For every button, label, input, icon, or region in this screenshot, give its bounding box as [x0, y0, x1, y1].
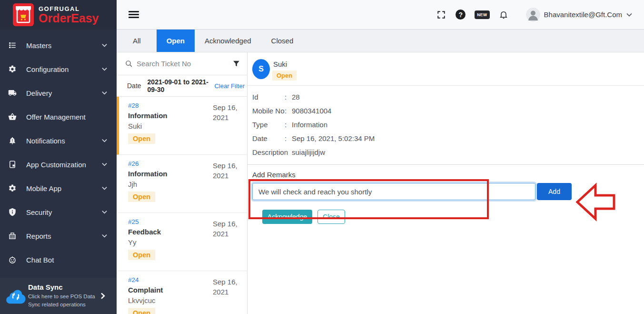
chevron-down-icon[interactable]: [626, 13, 632, 17]
field-label: Description: [252, 147, 285, 157]
field-value: suiajlijijdjw: [292, 147, 644, 157]
chevron-down-icon: [102, 139, 107, 142]
ticket-date-line1: Sep 16,: [213, 102, 241, 112]
shield-icon: [8, 208, 17, 216]
date-label: Date: [127, 82, 141, 90]
search-ticket-input[interactable]: [137, 60, 232, 68]
sidebar-item-label: Mobile App: [26, 184, 61, 192]
ticket-list-item[interactable]: #28 Information Suki Open Sep 16, 2021: [117, 97, 247, 155]
close-button[interactable]: Close: [317, 210, 345, 224]
sidebar-item-chat-bot[interactable]: Chat Bot: [0, 248, 117, 272]
acknowledge-button[interactable]: Acknowledge: [262, 210, 312, 224]
tab-acknowledged[interactable]: Acknowledged: [195, 30, 261, 52]
basket-icon: [8, 112, 17, 121]
robot-icon: [8, 255, 17, 264]
top-header: ? NEW Bhavanitextile@Gft.Com: [117, 0, 644, 30]
ticket-detail-header: S Suki Open: [248, 52, 644, 86]
brand-logo: GOFRUGAL OrderEasy: [0, 0, 117, 30]
new-badge[interactable]: NEW: [475, 10, 489, 19]
sidebar-item-mobile-app[interactable]: Mobile App: [0, 176, 117, 200]
ticket-list-item[interactable]: #26 Information Jjh Open Sep 16, 2021: [117, 155, 247, 213]
ticket-list-item[interactable]: #25 Feedback Yy Open Sep 16, 2021: [117, 213, 247, 271]
gear-icon: [8, 65, 17, 73]
field-separator: :: [285, 92, 292, 102]
sidebar-item-configuration[interactable]: Configuration: [0, 57, 117, 81]
clear-filter-link[interactable]: Clear Filter: [214, 82, 245, 90]
ticket-date-line2: 2021: [213, 287, 241, 297]
sidebar-item-masters[interactable]: Masters: [0, 33, 117, 57]
sidebar-item-label: App Customization: [26, 161, 86, 169]
field-label: Id: [252, 92, 285, 102]
sidebar-item-label: Configuration: [26, 65, 69, 73]
sidebar-item-delivery[interactable]: Delivery: [0, 81, 117, 105]
status-badge: Open: [272, 71, 297, 81]
field-value: Information: [292, 120, 644, 130]
add-remarks-row: Add: [252, 183, 644, 200]
ticket-customer: Yy: [128, 238, 240, 246]
field-row-date: Date : Sep 16, 2021, 5:02:34 PM: [252, 133, 644, 143]
ticket-detail-panel: S Suki Open Id : 28 Mobile No : 90803410…: [248, 52, 644, 314]
status-badge: Open: [128, 192, 155, 202]
content-area: Date 2021-09-01 to 2021-09-30 Clear Filt…: [117, 52, 644, 314]
field-label: Mobile No: [252, 106, 285, 116]
chevron-down-icon: [102, 162, 107, 166]
gear-icon: [8, 184, 17, 192]
ticket-list: #28 Information Suki Open Sep 16, 2021 #…: [117, 97, 247, 314]
ticket-date-line2: 2021: [213, 171, 241, 181]
tab-all[interactable]: All: [123, 30, 151, 52]
user-avatar[interactable]: [526, 8, 540, 22]
ticket-date-line1: Sep 16,: [213, 161, 241, 171]
tab-open[interactable]: Open: [157, 30, 195, 52]
sidebar-item-label: Reports: [26, 232, 51, 240]
sidebar-item-label: Offer Management: [26, 113, 86, 121]
notifications-bell-icon[interactable]: [490, 10, 508, 20]
data-sync-panel[interactable]: Data Sync Click here to see POS Data Syn…: [0, 278, 117, 314]
header-actions: ? NEW Bhavanitextile@Gft.Com: [437, 8, 644, 22]
brand-company: GOFRUGAL: [39, 6, 99, 12]
hamburger-menu-icon[interactable]: [129, 9, 139, 20]
field-row-mobile: Mobile No : 9080341004: [252, 106, 644, 116]
field-value: 28: [292, 92, 644, 102]
sidebar: GOFRUGAL OrderEasy Masters Configuration…: [0, 0, 117, 314]
sidebar-item-notifications[interactable]: Notifications: [0, 129, 117, 152]
ticket-date: Sep 16, 2021: [213, 277, 241, 297]
field-separator: :: [285, 120, 292, 130]
customer-name: Suki: [273, 60, 287, 68]
sidebar-nav: Masters Configuration Delivery Offer Man…: [0, 30, 117, 272]
data-sync-text: Data Sync Click here to see POS Data Syn…: [28, 283, 99, 309]
add-remarks-label: Add Remarks: [252, 171, 644, 181]
tab-closed[interactable]: Closed: [261, 30, 304, 52]
ticket-customer: Jjh: [128, 180, 240, 188]
add-remarks-input[interactable]: [252, 183, 535, 200]
ticket-date: Sep 16, 2021: [213, 161, 241, 181]
sidebar-item-label: Chat Bot: [26, 256, 54, 264]
storefront-logo-icon: [13, 3, 34, 26]
sidebar-item-reports[interactable]: Reports: [0, 224, 117, 248]
app-customization-icon: [8, 160, 17, 169]
status-badge: Open: [128, 308, 155, 314]
sidebar-item-offer-management[interactable]: Offer Management: [0, 105, 117, 129]
chevron-down-icon: [102, 43, 107, 47]
ticket-actions: Acknowledge Close: [262, 210, 644, 224]
sidebar-item-label: Security: [26, 208, 52, 216]
field-row-type: Type : Information: [252, 120, 644, 130]
fullscreen-icon[interactable]: [437, 10, 446, 19]
ticket-list-item[interactable]: #24 Complaint Lkvvjcuc Open Sep 16, 2021: [117, 271, 247, 314]
report-icon: [8, 232, 17, 240]
user-email[interactable]: Bhavanitextile@Gft.Com: [544, 10, 622, 19]
ticket-customer: Lkvvjcuc: [128, 296, 240, 304]
help-icon[interactable]: ?: [456, 10, 466, 20]
date-range-value: 2021-09-01 to 2021-09-30: [148, 78, 215, 93]
field-separator: :: [285, 106, 292, 116]
sidebar-item-label: Notifications: [26, 137, 65, 145]
cloud-sync-icon: [5, 287, 27, 305]
add-button[interactable]: Add: [537, 183, 572, 200]
filter-funnel-icon[interactable]: [232, 60, 240, 68]
sidebar-item-security[interactable]: Security: [0, 200, 117, 224]
truck-icon: [8, 89, 17, 97]
ticket-search-bar: [117, 52, 247, 75]
sidebar-item-app-customization[interactable]: App Customization: [0, 152, 117, 176]
sidebar-item-label: Delivery: [26, 89, 52, 97]
chevron-down-icon: [102, 186, 107, 190]
ticket-customer: Suki: [128, 122, 240, 130]
